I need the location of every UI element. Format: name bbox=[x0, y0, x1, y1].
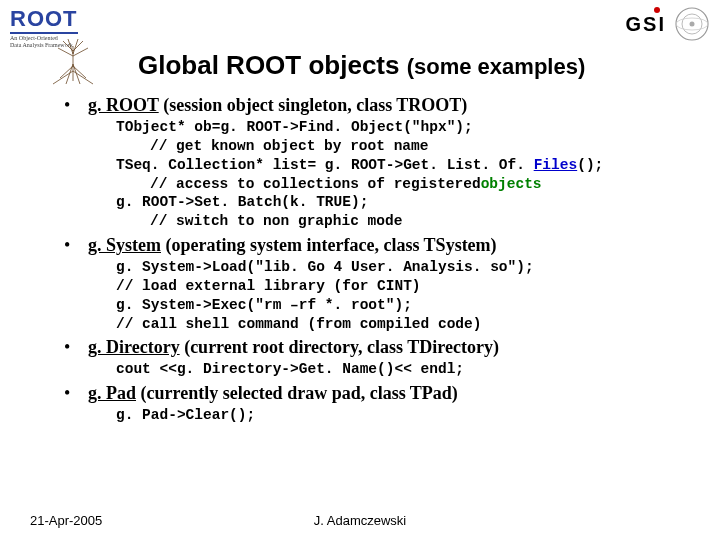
bullet-list: g. ROOT (session object singleton, class… bbox=[60, 95, 684, 425]
code-line: TSeq. Collection* list= g. ROOT->Get. Li… bbox=[116, 156, 684, 175]
code-text: g. Pad->Clear(); bbox=[116, 407, 255, 423]
item-heading: g. ROOT (session object singleton, class… bbox=[88, 95, 684, 116]
code-line: g. System->Load("lib. Go 4 User. Analysi… bbox=[116, 258, 684, 277]
code-line: g. ROOT->Set. Batch(k. TRUE); bbox=[116, 193, 684, 212]
item-desc: (current root directory, class TDirector… bbox=[180, 337, 499, 357]
code-block: g. Pad->Clear(); bbox=[116, 406, 684, 425]
code-highlight: Files bbox=[534, 157, 578, 173]
slide-footer: 21-Apr-2005 J. Adamczewski bbox=[0, 513, 720, 528]
code-text: // call shell command (from compiled cod… bbox=[116, 316, 481, 332]
code-text: g. System->Exec("rm –rf *. root"); bbox=[116, 297, 412, 313]
code-line: TObject* ob=g. ROOT->Find. Object("hpx")… bbox=[116, 118, 684, 137]
list-item: g. Directory (current root directory, cl… bbox=[60, 337, 684, 379]
item-heading: g. System (operating system interface, c… bbox=[88, 235, 684, 256]
code-block: g. System->Load("lib. Go 4 User. Analysi… bbox=[116, 258, 684, 333]
item-desc: (session object singleton, class TROOT) bbox=[159, 95, 468, 115]
title-sub: (some examples) bbox=[407, 54, 586, 79]
item-name: g. ROOT bbox=[88, 95, 159, 115]
code-line: g. Pad->Clear(); bbox=[116, 406, 684, 425]
code-text: // load external library (for CINT) bbox=[116, 278, 421, 294]
code-block: cout <<g. Directory->Get. Name()<< endl; bbox=[116, 360, 684, 379]
item-desc: (currently selected draw pad, class TPad… bbox=[136, 383, 458, 403]
gsi-dot-icon bbox=[654, 7, 660, 13]
code-line: // switch to non graphic mode bbox=[116, 212, 684, 231]
code-line: g. System->Exec("rm –rf *. root"); bbox=[116, 296, 684, 315]
code-line: // access to collections of registered o… bbox=[116, 175, 684, 194]
code-text: g. System->Load("lib. Go 4 User. Analysi… bbox=[116, 259, 534, 275]
code-highlight: objects bbox=[481, 176, 542, 192]
list-item: g. Pad (currently selected draw pad, cla… bbox=[60, 383, 684, 425]
list-item: g. System (operating system interface, c… bbox=[60, 235, 684, 333]
code-text: TObject* ob=g. ROOT->Find. Object("hpx")… bbox=[116, 119, 473, 135]
code-line: // call shell command (from compiled cod… bbox=[116, 315, 684, 334]
slide-title: Global ROOT objects (some examples) bbox=[138, 50, 720, 81]
footer-date: 21-Apr-2005 bbox=[30, 513, 102, 528]
item-heading: g. Pad (currently selected draw pad, cla… bbox=[88, 383, 684, 404]
item-heading: g. Directory (current root directory, cl… bbox=[88, 337, 684, 358]
item-name: g. System bbox=[88, 235, 161, 255]
item-desc: (operating system interface, class TSyst… bbox=[161, 235, 497, 255]
svg-point-3 bbox=[690, 22, 695, 27]
code-text-after: (); bbox=[577, 157, 603, 173]
slide-header: ROOT An Object-Oriented Data Analysis Fr… bbox=[0, 0, 720, 44]
right-logos: GSI bbox=[626, 6, 710, 42]
code-block: TObject* ob=g. ROOT->Find. Object("hpx")… bbox=[116, 118, 684, 231]
footer-author: J. Adamczewski bbox=[314, 513, 406, 528]
code-text: TSeq. Collection* list= g. ROOT->Get. Li… bbox=[116, 157, 534, 173]
code-text: // get known object by root name bbox=[116, 137, 428, 156]
code-line: // load external library (for CINT) bbox=[116, 277, 684, 296]
root-logo-text: ROOT bbox=[10, 6, 78, 34]
code-text: // switch to non graphic mode bbox=[116, 212, 402, 231]
gsi-text: GSI bbox=[626, 13, 666, 35]
code-text: cout <<g. Directory->Get. Name()<< endl; bbox=[116, 361, 464, 377]
code-text: // access to collections of registered bbox=[116, 175, 481, 194]
code-line: // get known object by root name bbox=[116, 137, 684, 156]
title-main: Global ROOT objects bbox=[138, 50, 407, 80]
item-name: g. Directory bbox=[88, 337, 180, 357]
item-name: g. Pad bbox=[88, 383, 136, 403]
code-line: cout <<g. Directory->Get. Name()<< endl; bbox=[116, 360, 684, 379]
root-tree-icon bbox=[38, 36, 108, 86]
list-item: g. ROOT (session object singleton, class… bbox=[60, 95, 684, 231]
gsi-logo: GSI bbox=[626, 13, 666, 36]
code-text: g. ROOT->Set. Batch(k. TRUE); bbox=[116, 194, 368, 210]
institute-badge-icon bbox=[674, 6, 710, 42]
root-logo: ROOT An Object-Oriented Data Analysis Fr… bbox=[10, 6, 130, 86]
